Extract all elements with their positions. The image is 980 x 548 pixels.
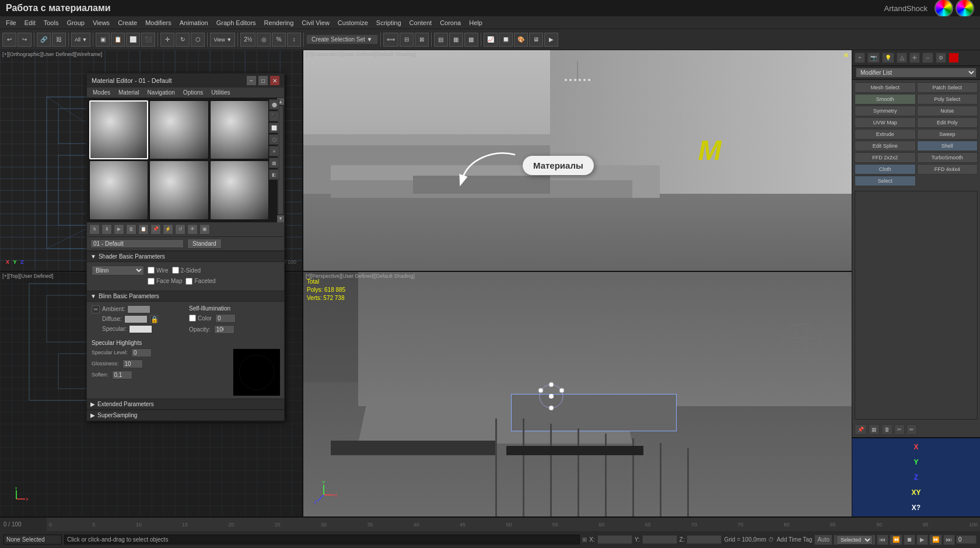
faceted-checkbox[interactable] bbox=[186, 278, 192, 285]
mat-menu-navigation[interactable]: Navigation bbox=[144, 89, 178, 96]
mat-ctrl-put[interactable]: ⬇ bbox=[102, 224, 112, 235]
mat-side-btn6[interactable]: ▦ bbox=[269, 158, 279, 168]
manage-btn[interactable]: ▩ bbox=[464, 33, 478, 47]
menu-customize[interactable]: Customize bbox=[334, 18, 372, 27]
mat-minimize-btn[interactable]: − bbox=[247, 76, 256, 85]
viewport-upper-right[interactable]: [+][Camera001][User Defined][Default Sha… bbox=[303, 50, 852, 272]
menu-edit[interactable]: Edit bbox=[21, 18, 39, 27]
mat-side-btn1[interactable]: ⬤ bbox=[269, 99, 279, 110]
menu-modifiers[interactable]: Modifiers bbox=[142, 18, 175, 27]
rp-btn-camera[interactable]: 📷 bbox=[867, 53, 880, 63]
mat-ctrl-copy[interactable]: 📋 bbox=[138, 224, 149, 235]
timeline-track[interactable]: 0 / 100 0 5 10 15 20 25 30 35 40 45 50 5… bbox=[0, 518, 980, 531]
rp-edit-btn[interactable]: ✏ bbox=[907, 424, 917, 435]
link-button[interactable]: 🔗 bbox=[37, 33, 51, 47]
rp-btn-light[interactable]: 💡 bbox=[882, 53, 894, 63]
soften-val[interactable] bbox=[112, 371, 132, 379]
wire-checkbox[interactable] bbox=[148, 267, 155, 274]
facemap-checkbox[interactable] bbox=[148, 278, 155, 285]
mat-side-btn3[interactable]: ⬜ bbox=[269, 123, 279, 133]
mod-btn-edit-poly[interactable]: Edit Poly bbox=[917, 117, 978, 128]
mod-btn-ffd-2x2x2[interactable]: FFD 2x2x2 bbox=[855, 152, 916, 163]
mod-btn-cloth[interactable]: Cloth bbox=[855, 164, 916, 174]
mod-btn-symmetry[interactable]: Symmetry bbox=[855, 106, 916, 116]
mod-btn-mesh-select[interactable]: Mesh Select bbox=[855, 82, 916, 93]
playback-select[interactable]: Selected bbox=[836, 535, 873, 544]
play-btn[interactable]: ▶ bbox=[916, 535, 928, 545]
diffuse-lock-btn[interactable]: 🔒 bbox=[150, 315, 158, 323]
create-selection-set-btn[interactable]: Create Selection Set ▼ bbox=[306, 34, 377, 44]
mod-btn-poly-select[interactable]: Poly Select bbox=[917, 94, 978, 104]
align2-btn[interactable]: ⊠ bbox=[415, 33, 429, 47]
play-stop-btn[interactable]: ⏹ bbox=[904, 535, 915, 545]
rp-btn-space[interactable]: ↔ bbox=[922, 53, 933, 63]
mat-sphere-3[interactable] bbox=[210, 100, 269, 159]
mat-menu-utilities[interactable]: Utilities bbox=[208, 89, 233, 96]
render-btn[interactable]: ▶ bbox=[544, 33, 558, 47]
view-btn[interactable]: View ▼ bbox=[210, 33, 235, 47]
undo-button[interactable]: ↩ bbox=[2, 33, 16, 47]
x-coord-input[interactable] bbox=[597, 535, 632, 544]
play-next-frame-btn[interactable]: ⏩ bbox=[929, 535, 942, 545]
mat-ctrl-assign[interactable]: ▶ bbox=[114, 224, 124, 235]
rp-pin-btn[interactable]: 📌 bbox=[855, 424, 867, 435]
layer-btn[interactable]: ▤ bbox=[434, 33, 448, 47]
rect-select-button[interactable]: ⬜ bbox=[126, 33, 140, 47]
y-coord-input[interactable] bbox=[642, 535, 677, 544]
twoside-checkbox[interactable] bbox=[172, 267, 179, 274]
mat-sphere-4[interactable] bbox=[89, 160, 148, 219]
mod-btn-select[interactable]: Select bbox=[855, 176, 916, 186]
z-label[interactable]: Z bbox=[913, 471, 919, 484]
mat-ctrl-del[interactable]: 🗑 bbox=[126, 224, 136, 235]
select-filter[interactable]: All ▼ bbox=[71, 33, 90, 47]
render-setup-btn[interactable]: 🖥 bbox=[529, 33, 543, 47]
mod-btn-extrude[interactable]: Extrude bbox=[855, 129, 916, 139]
rotate-button[interactable]: ↻ bbox=[176, 33, 190, 47]
select-name-button[interactable]: 📋 bbox=[111, 33, 125, 47]
rp-btn-helper[interactable]: ✛ bbox=[909, 53, 920, 63]
align-btn[interactable]: ⊟ bbox=[400, 33, 414, 47]
rp-btn-plus[interactable]: + bbox=[855, 53, 865, 63]
mod-btn-sweep[interactable]: Sweep bbox=[917, 129, 978, 139]
mirror-btn[interactable]: ⟺ bbox=[383, 33, 398, 47]
mod-btn-turbosmooth[interactable]: TurboSmooth bbox=[917, 152, 978, 163]
mod-btn-patch-select[interactable]: Patch Select bbox=[917, 82, 978, 93]
illum-color-checkbox[interactable] bbox=[189, 315, 196, 322]
material-editor-btn[interactable]: 🎨 bbox=[514, 33, 528, 47]
mat-ctrl-paste[interactable]: 📌 bbox=[150, 224, 161, 235]
mod-btn-shell[interactable]: Shell bbox=[917, 141, 978, 151]
curve-editor-btn[interactable]: 📈 bbox=[484, 33, 498, 47]
mat-ctrl-unique[interactable]: ⚡ bbox=[163, 224, 173, 235]
select-button[interactable]: ▣ bbox=[96, 33, 110, 47]
crossing-select-button[interactable]: ⬛ bbox=[141, 33, 155, 47]
mat-side-btn7[interactable]: ◧ bbox=[269, 169, 279, 180]
mod-btn-uvw-map[interactable]: UVW Map bbox=[855, 117, 916, 128]
menu-graph-editors[interactable]: Graph Editors bbox=[213, 18, 260, 27]
glossiness-val[interactable] bbox=[123, 359, 143, 368]
rp-btn-geo[interactable]: △ bbox=[897, 53, 907, 63]
specular-swatch[interactable] bbox=[129, 325, 152, 333]
menu-scripting[interactable]: Scripting bbox=[373, 18, 405, 27]
menu-corona[interactable]: Corona bbox=[436, 18, 464, 27]
layer2-btn[interactable]: ▦ bbox=[449, 33, 463, 47]
viewport-lower-right[interactable]: [*][Perspective][User Defined][Default S… bbox=[303, 272, 852, 516]
mat-restore-btn[interactable]: □ bbox=[258, 76, 268, 85]
spinner-snap[interactable]: ↕ bbox=[287, 33, 301, 47]
schematic-btn[interactable]: 🔲 bbox=[499, 33, 513, 47]
mat-sphere-6[interactable] bbox=[210, 160, 269, 219]
mat-ctrl-pick[interactable]: 🖱 bbox=[89, 224, 100, 235]
ambient-swatch[interactable] bbox=[127, 305, 150, 313]
mat-side-btn2[interactable]: ⬛ bbox=[269, 111, 279, 121]
angle-snap[interactable]: ◎ bbox=[257, 33, 271, 47]
xyz-label[interactable]: X? bbox=[911, 501, 922, 514]
mat-menu-options[interactable]: Options bbox=[180, 89, 206, 96]
play-prev-btn[interactable]: ⏮ bbox=[877, 535, 888, 545]
mod-btn-edit-spline[interactable]: Edit Spline bbox=[855, 141, 916, 151]
menu-tools[interactable]: Tools bbox=[40, 18, 62, 27]
menu-views[interactable]: Views bbox=[89, 18, 113, 27]
menu-create[interactable]: Create bbox=[114, 18, 141, 27]
mat-sphere-5[interactable] bbox=[149, 160, 208, 219]
xy-label[interactable]: XY bbox=[910, 486, 922, 499]
rp-render-btn[interactable]: ▦ bbox=[869, 424, 880, 435]
diffuse-swatch[interactable] bbox=[124, 315, 148, 323]
